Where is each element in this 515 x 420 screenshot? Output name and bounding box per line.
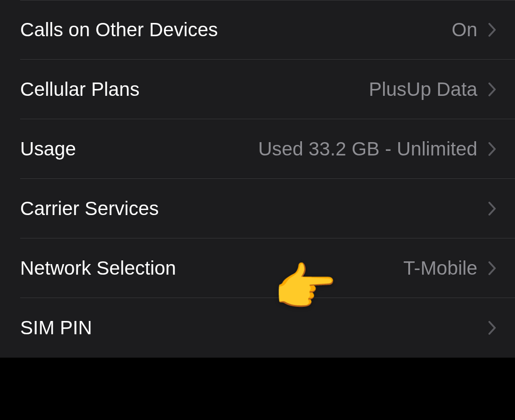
row-calls-on-other-devices[interactable]: Calls on Other Devices On xyxy=(0,0,515,60)
cellular-settings-list: Calls on Other Devices On Cellular Plans… xyxy=(0,0,515,358)
row-value: T-Mobile xyxy=(403,257,477,279)
row-cellular-plans[interactable]: Cellular Plans PlusUp Data xyxy=(0,60,515,119)
row-label: Network Selection xyxy=(20,257,176,279)
row-label: Carrier Services xyxy=(20,198,159,220)
row-label: SIM PIN xyxy=(20,317,92,339)
row-value: PlusUp Data xyxy=(369,78,477,100)
row-right: T-Mobile xyxy=(403,257,497,279)
row-value: Used 33.2 GB - Unlimited xyxy=(258,138,477,160)
row-label: Cellular Plans xyxy=(20,78,140,100)
row-carrier-services[interactable]: Carrier Services xyxy=(0,179,515,238)
row-network-selection[interactable]: Network Selection T-Mobile xyxy=(0,238,515,298)
row-right xyxy=(477,202,497,216)
row-sim-pin[interactable]: SIM PIN xyxy=(0,298,515,358)
row-right: On xyxy=(452,19,497,41)
row-value: On xyxy=(452,19,477,41)
chevron-right-icon xyxy=(488,142,497,156)
row-right: PlusUp Data xyxy=(369,78,497,100)
chevron-right-icon xyxy=(488,202,497,216)
chevron-right-icon xyxy=(488,23,497,37)
row-usage[interactable]: Usage Used 33.2 GB - Unlimited xyxy=(0,119,515,179)
chevron-right-icon xyxy=(488,261,497,275)
chevron-right-icon xyxy=(488,321,497,335)
row-right xyxy=(477,321,497,335)
chevron-right-icon xyxy=(488,83,497,96)
row-label: Calls on Other Devices xyxy=(20,19,218,41)
row-right: Used 33.2 GB - Unlimited xyxy=(258,138,497,160)
row-label: Usage xyxy=(20,138,76,160)
